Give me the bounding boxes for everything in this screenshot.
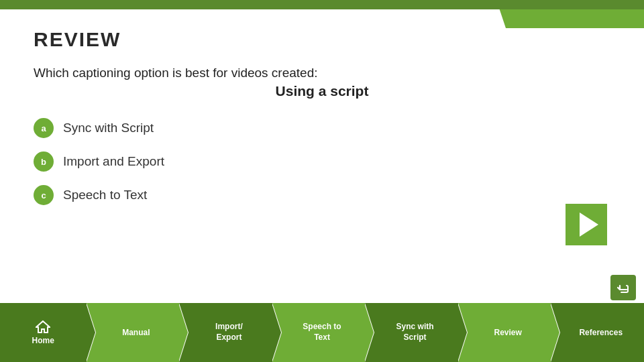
nav-tab-speech-to-text[interactable]: Speech toText xyxy=(272,303,366,362)
svg-marker-0 xyxy=(36,321,50,333)
nav-tab-manual-label: Manual xyxy=(122,328,150,337)
circle-a: a xyxy=(34,118,54,138)
circle-c: c xyxy=(34,185,54,205)
question-line1: Which captioning option is best for vide… xyxy=(34,66,610,80)
nav-tab-import-export-label: Import/Export xyxy=(215,322,243,343)
answer-option-b[interactable]: b Import and Export xyxy=(34,152,610,172)
nav-tab-import-export[interactable]: Import/Export xyxy=(179,303,272,362)
nav-tab-home[interactable]: Home xyxy=(0,303,87,362)
nav-tab-references-label: References xyxy=(579,328,623,337)
play-button[interactable] xyxy=(566,204,607,245)
nav-tab-sync-with-script[interactable]: Sync withScript xyxy=(365,303,458,362)
nav-tab-references[interactable]: References xyxy=(551,303,644,362)
nav-tab-review[interactable]: Review xyxy=(458,303,551,362)
nav-tab-speech-to-text-label: Speech toText xyxy=(303,322,341,343)
return-icon xyxy=(616,280,631,295)
answer-text-b: Import and Export xyxy=(63,154,164,169)
answer-text-a: Sync with Script xyxy=(63,121,154,135)
answer-option-c[interactable]: c Speech to Text xyxy=(34,185,610,205)
return-button[interactable] xyxy=(610,275,636,300)
circle-b: b xyxy=(34,152,54,172)
answer-text-c: Speech to Text xyxy=(63,188,147,202)
play-triangle-icon xyxy=(580,213,598,237)
question-line2: Using a script xyxy=(34,83,610,99)
nav-tab-manual[interactable]: Manual xyxy=(87,303,180,362)
content-area: Review Which captioning option is best f… xyxy=(0,9,644,316)
answer-option-a[interactable]: a Sync with Script xyxy=(34,118,610,138)
nav-tab-home-label: Home xyxy=(32,336,54,345)
nav-tab-sync-with-script-label: Sync withScript xyxy=(396,322,434,343)
home-icon xyxy=(36,320,50,333)
bottom-nav: Home Manual Import/Export Speech toText … xyxy=(0,303,644,362)
top-bar xyxy=(0,0,644,9)
page-title: Review xyxy=(34,28,610,51)
nav-tab-review-label: Review xyxy=(494,328,522,337)
